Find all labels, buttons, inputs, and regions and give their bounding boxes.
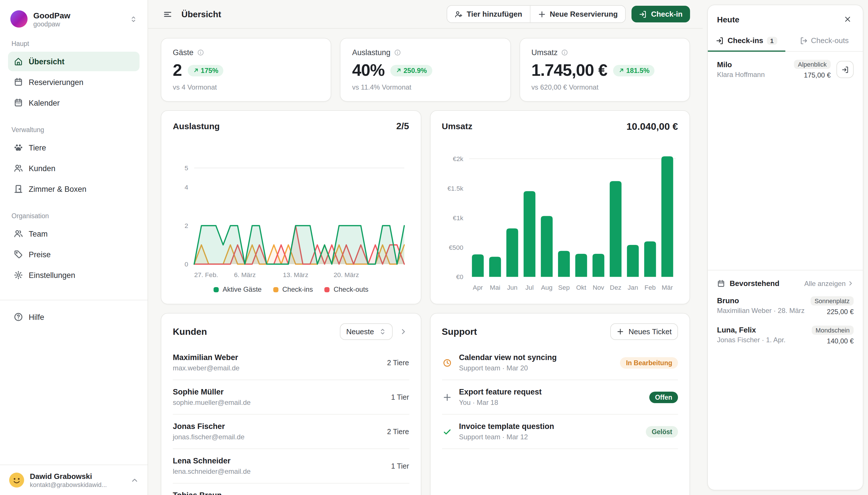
collapse-sidebar-button[interactable]	[161, 7, 175, 21]
clock-icon	[442, 358, 452, 367]
stat-card-umsatz: Umsatz 1.745,00 € 181.5% vs 620,00 € Vor…	[519, 38, 690, 102]
sidebar-section-haupt: Haupt Übersicht Reservierungen Kalender	[8, 40, 139, 114]
svg-text:€0: €0	[456, 274, 463, 281]
svg-text:€500: €500	[449, 244, 463, 251]
workspace-name: GoodPaw	[33, 11, 124, 20]
chart-title: Auslastung	[173, 121, 220, 131]
info-icon[interactable]	[197, 49, 204, 56]
sidebar-item-label: Übersicht	[29, 57, 65, 66]
customer-row[interactable]: Lena Schneiderlena.schneider@email.de 1 …	[173, 449, 409, 483]
info-icon[interactable]	[561, 49, 569, 56]
upcoming-item[interactable]: Luna, Felix Jonas Fischer · 1. Apr. Mond…	[717, 326, 854, 345]
svg-text:Nov: Nov	[592, 284, 604, 291]
svg-text:Sep: Sep	[558, 284, 570, 291]
new-reservation-button[interactable]: Neue Reservierung	[530, 6, 625, 22]
add-pet-button[interactable]: Tier hinzufügen	[447, 6, 530, 22]
sidebar-item-label: Tiere	[29, 143, 46, 152]
stat-label: Umsatz	[531, 48, 558, 57]
checkin-button[interactable]: Check-in	[631, 6, 690, 22]
customer-row[interactable]: Sophie Müllersophie.mueller@email.de 1 T…	[173, 380, 409, 415]
svg-text:Mai: Mai	[490, 284, 500, 291]
upcoming-item[interactable]: Bruno Maximilian Weber · 28. März Sonnen…	[717, 296, 854, 316]
svg-text:Jun: Jun	[507, 284, 517, 291]
sidebar-item-einstellungen[interactable]: Einstellungen	[8, 265, 139, 285]
ticket-row[interactable]: Export feature request You · Mar 18 Offe…	[442, 380, 678, 415]
ticket-row[interactable]: Invoice template question Support team ·…	[442, 415, 678, 449]
sidebar-item-hilfe[interactable]: Hilfe	[8, 307, 139, 327]
room-badge: Sonnenplatz	[811, 296, 854, 306]
kunden-view-all-button[interactable]	[397, 326, 409, 338]
sidebar-divider	[0, 300, 147, 300]
logout-icon	[799, 36, 808, 45]
auslastung-chart: 542027. Feb.6. März13. März20. März	[173, 160, 409, 280]
svg-text:Okt: Okt	[576, 284, 586, 291]
customer-row[interactable]: Tobias Brauntobias.braun@email.de 2 Tier…	[173, 483, 409, 495]
tab-checkins[interactable]: Check-ins 1	[708, 31, 785, 51]
svg-text:Aug: Aug	[541, 284, 552, 291]
close-panel-button[interactable]	[841, 13, 854, 25]
dashboard-content: Gäste 2 175% vs 4 Vormonat Auslastun	[148, 29, 703, 495]
kunden-card: Kunden Neueste	[161, 313, 421, 495]
paw-plus-icon	[455, 10, 463, 18]
checkin-item[interactable]: Milo Klara Hoffmann Alpenblick 175,00 €	[717, 60, 854, 79]
ticket-row[interactable]: Calendar view not syncing Support team ·…	[442, 346, 678, 380]
trend-up-icon	[618, 67, 624, 73]
bottom-row: Kunden Neueste	[161, 313, 690, 495]
legend-dot-active	[213, 287, 219, 292]
sidebar-item-reservierungen[interactable]: Reservierungen	[8, 72, 139, 92]
svg-text:20. März: 20. März	[333, 271, 359, 279]
sidebar-item-kunden[interactable]: Kunden	[8, 158, 139, 178]
svg-text:27. Feb.: 27. Feb.	[194, 271, 218, 279]
chevron-right-icon	[399, 328, 407, 335]
user-avatar	[9, 473, 24, 488]
login-icon	[639, 10, 647, 18]
sidebar-item-tiere[interactable]: Tiere	[8, 138, 139, 157]
sidebar-item-preise[interactable]: Preise	[8, 245, 139, 264]
customer-row[interactable]: Jonas Fischerjonas.fischer@email.de 2 Ti…	[173, 415, 409, 449]
home-icon	[14, 57, 23, 66]
select-icon	[379, 328, 386, 335]
page-title: Übersicht	[181, 9, 221, 19]
sidebar-item-label: Preise	[29, 250, 51, 259]
check-icon	[442, 427, 452, 436]
charts-row: Auslastung 2/5 542027. Feb.6. März13. Mä…	[161, 110, 690, 304]
checkins-list: Milo Klara Hoffmann Alpenblick 175,00 €	[708, 52, 863, 270]
status-badge: In Bearbeitung	[620, 357, 678, 369]
workspace-logo	[10, 10, 28, 28]
sidebar: GoodPaw goodpaw Haupt Übersicht Reservie…	[0, 0, 148, 495]
trend-badge: 181.5%	[613, 65, 655, 76]
gear-icon	[14, 271, 23, 280]
stat-compare: vs 4 Vormonat	[173, 83, 319, 91]
paw-icon	[14, 143, 23, 152]
user-menu[interactable]: Dawid Grabowski kontakt@grabowskidawid..…	[0, 464, 147, 495]
new-ticket-button[interactable]: Neues Ticket	[610, 323, 678, 340]
svg-text:€1.5k: €1.5k	[447, 185, 463, 192]
main-area: Übersicht Tier hinzufügen Neue Reservier…	[148, 0, 703, 495]
kunden-sort-select[interactable]: Neueste	[340, 323, 393, 340]
view-all-link[interactable]: Alle anzeigen	[804, 279, 854, 287]
today-title: Heute	[717, 15, 740, 24]
door-icon	[14, 184, 23, 193]
sidebar-item-team[interactable]: Team	[8, 224, 139, 243]
upcoming-title: Bevorstehend	[730, 279, 779, 288]
stat-compare: vs 620,00 € Vormonat	[531, 83, 678, 91]
login-icon	[841, 66, 849, 73]
sidebar-item-uebersicht[interactable]: Übersicht	[8, 52, 139, 71]
svg-text:Apr: Apr	[472, 284, 483, 291]
help-icon	[14, 312, 23, 322]
revenue-total: 10.040,00 €	[626, 121, 678, 133]
sidebar-item-label: Kalender	[29, 99, 60, 107]
room-badge: Mondschein	[812, 326, 854, 335]
workspace-switcher[interactable]: GoodPaw goodpaw	[8, 8, 139, 28]
sidebar-item-kalender[interactable]: Kalender	[8, 93, 139, 113]
perform-checkin-button[interactable]	[836, 61, 854, 78]
sidebar-item-label: Kunden	[29, 164, 55, 173]
info-icon[interactable]	[394, 49, 401, 56]
checkins-count-badge: 1	[767, 36, 777, 45]
tab-checkouts[interactable]: Check-outs	[785, 31, 863, 51]
sidebar-item-zimmer-boxen[interactable]: Zimmer & Boxen	[8, 179, 139, 199]
user-email: kontakt@grabowskidawid...	[30, 481, 125, 488]
customer-row[interactable]: Maximilian Webermax.weber@email.de 2 Tie…	[173, 346, 409, 380]
svg-text:Mär: Mär	[661, 284, 673, 291]
chart-legend: Aktive Gäste Check-ins Check-outs	[173, 285, 409, 293]
